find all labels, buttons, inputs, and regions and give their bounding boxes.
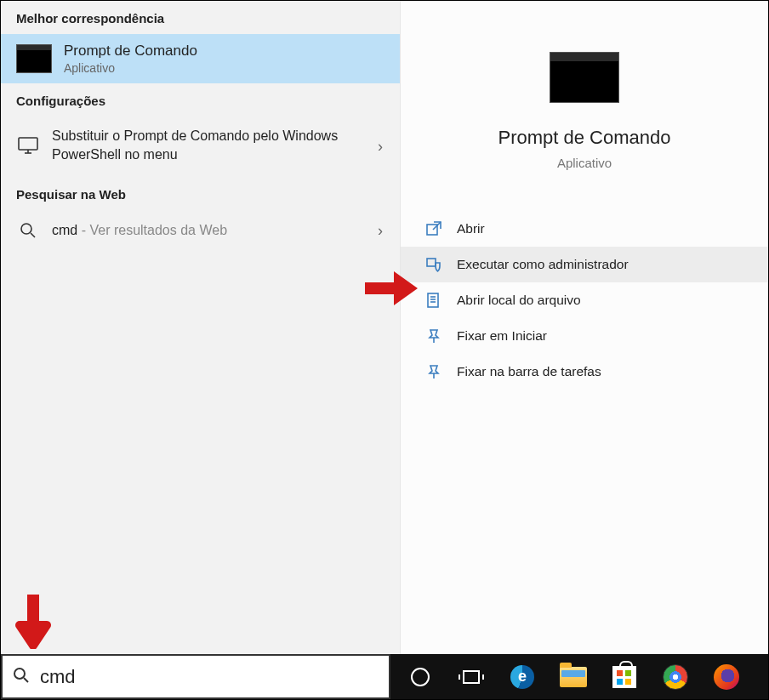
preview-subtitle: Aplicativo [557,156,612,170]
preview-actions: Abrir Executar como administrador Abrir … [401,204,768,390]
action-pin-start[interactable]: Fixar em Iniciar [401,318,768,354]
svg-marker-6 [16,623,50,647]
command-prompt-icon [16,44,52,73]
best-match-result[interactable]: Prompt de Comando Aplicativo [1,34,400,83]
file-explorer-icon [560,667,587,687]
section-header-web: Pesquisar na Web [1,177,400,210]
svg-rect-0 [19,138,37,150]
folder-location-icon [424,291,443,310]
microsoft-store-icon [612,666,636,688]
svg-rect-21 [464,671,479,683]
action-open-label: Abrir [457,221,485,236]
web-result-term: cmd [52,223,77,237]
svg-rect-10 [428,293,438,307]
action-open-location[interactable]: Abrir local do arquivo [401,282,768,318]
shield-admin-icon [424,255,443,274]
results-pane: Melhor correspondência Prompt de Comando… [1,1,401,654]
chevron-right-icon: › [378,221,383,239]
svg-rect-9 [427,259,436,266]
main-area: Melhor correspondência Prompt de Comando… [1,1,768,654]
command-prompt-icon-large [550,52,619,103]
web-result-hint: - Ver resultados da Web [77,223,227,237]
search-input[interactable] [40,666,379,688]
taskbar [1,654,768,699]
task-view-button[interactable] [448,654,494,699]
best-match-text: Prompt de Comando Aplicativo [64,43,197,75]
svg-point-18 [14,669,25,679]
cortana-button[interactable] [397,654,443,699]
chrome-button[interactable] [652,654,698,699]
svg-line-19 [24,678,28,682]
svg-point-20 [412,669,429,686]
action-open[interactable]: Abrir [401,211,768,247]
annotation-arrow-down [14,595,52,649]
action-run-as-admin-label: Executar como administrador [457,257,629,272]
action-pin-start-label: Fixar em Iniciar [457,328,547,344]
search-icon [16,219,40,242]
monitor-icon [16,134,40,157]
file-explorer-button[interactable] [550,654,596,699]
preview-pane: Prompt de Comando Aplicativo Abrir Execu… [401,1,768,654]
search-icon [13,667,30,687]
preview-title: Prompt de Comando [498,127,671,149]
svg-rect-5 [27,595,39,627]
chrome-icon [663,664,688,690]
section-header-settings: Configurações [1,83,400,117]
action-run-as-admin[interactable]: Executar como administrador [401,247,768,282]
taskbar-tray [390,654,768,699]
taskbar-search-box[interactable] [1,654,390,699]
web-result-label: cmd - Ver resultados da Web [52,221,227,240]
settings-result-item[interactable]: Substituir o Prompt de Comando pelo Wind… [1,117,400,177]
pin-taskbar-icon [424,362,443,381]
edge-button[interactable] [499,654,545,699]
settings-result-label: Substituir o Prompt de Comando pelo Wind… [52,127,384,165]
edge-icon [510,665,534,689]
preview-header: Prompt de Comando Aplicativo [401,1,768,204]
web-result-item[interactable]: cmd - Ver resultados da Web › [1,210,400,251]
action-pin-taskbar[interactable]: Fixar na barra de tarefas [401,354,768,390]
firefox-icon [714,664,739,690]
best-match-title: Prompt de Comando [64,43,197,60]
pin-start-icon [424,327,443,345]
microsoft-store-button[interactable] [601,654,647,699]
start-menu-search-window: Melhor correspondência Prompt de Comando… [0,0,769,700]
svg-line-4 [31,233,35,237]
chevron-right-icon: › [378,138,383,156]
firefox-button[interactable] [703,654,749,699]
svg-point-3 [21,224,31,234]
open-icon [424,219,443,238]
section-header-best-match: Melhor correspondência [1,1,400,34]
action-open-location-label: Abrir local do arquivo [457,293,581,308]
action-pin-taskbar-label: Fixar na barra de tarefas [457,364,601,379]
best-match-subtitle: Aplicativo [64,61,197,75]
